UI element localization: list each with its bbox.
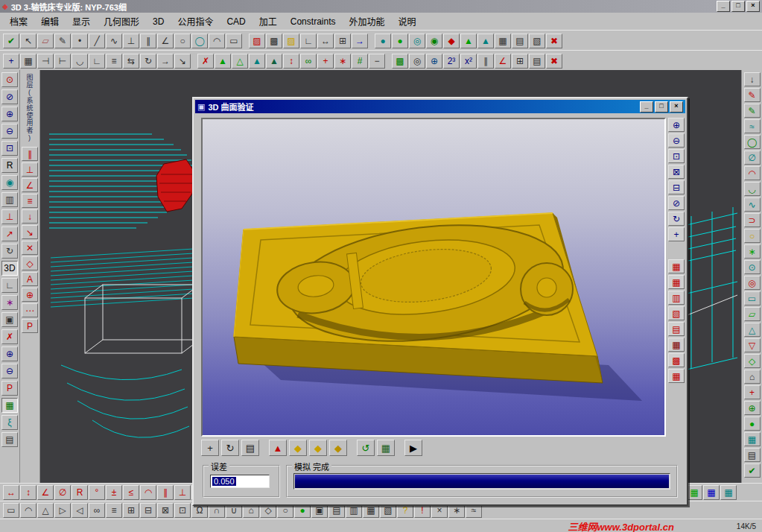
hash-green-icon[interactable]: # (352, 54, 368, 69)
grid3-icon[interactable]: ⊞ (512, 54, 528, 69)
zoom-out-icon[interactable]: ⊖ (1, 124, 18, 139)
menu-file[interactable]: 档案 (3, 13, 34, 30)
diamond-green-icon[interactable]: ◇ (744, 354, 761, 368)
sim-layer1-icon[interactable]: ▤ (668, 322, 685, 336)
tri-teal-icon[interactable]: ▲ (249, 54, 265, 69)
stock-chip2-icon[interactable]: ◆ (309, 440, 327, 456)
section-icon[interactable]: ▤ (1, 432, 18, 447)
grid-plus-icon[interactable]: ⊞ (123, 503, 139, 518)
home-icon[interactable]: ⌂ (744, 370, 761, 384)
power-cube-icon[interactable]: 2³ (443, 54, 460, 69)
hatch-active-icon[interactable]: ▦ (1, 398, 18, 413)
chamfer2-icon[interactable]: ∟ (89, 54, 105, 69)
simulation-viewport[interactable] (201, 118, 666, 437)
extend-icon[interactable]: ⊢ (54, 54, 71, 69)
sim-zoom-window-icon[interactable]: ⊡ (668, 149, 685, 163)
rect-teal-icon[interactable]: ▭ (744, 291, 761, 305)
rectangle-icon[interactable]: ▭ (226, 34, 242, 48)
dim-arc-icon[interactable]: ◠ (140, 485, 156, 500)
midpoint-icon[interactable]: ◇ (22, 256, 38, 270)
offset-icon[interactable]: ≡ (106, 54, 122, 69)
menu-addons[interactable]: 外加功能 (342, 13, 391, 30)
sim-rotate-view-icon[interactable]: ↻ (668, 212, 685, 226)
dim-perp-icon[interactable]: ⊥ (174, 485, 191, 500)
join-icon[interactable]: ∞ (89, 503, 105, 518)
anchor-icon[interactable]: ⊕ (426, 54, 442, 69)
arc-icon[interactable]: ◠ (209, 34, 225, 48)
menu-view[interactable]: 显示 (66, 13, 97, 30)
sim-view-iso-icon[interactable]: ▧ (668, 306, 685, 320)
red-pencil-icon[interactable]: ✎ (744, 88, 761, 102)
points-icon[interactable]: ⋯ (22, 303, 38, 317)
fit-box-icon[interactable]: ▣ (1, 312, 18, 327)
dialog-close-button[interactable]: × (670, 101, 683, 113)
updown-red-icon[interactable]: ↕ (283, 54, 299, 69)
sim-zoom-in-icon[interactable]: ⊕ (668, 118, 685, 132)
dim-angle-icon[interactable]: ∠ (37, 485, 54, 500)
oplus-green-icon[interactable]: ⊕ (744, 401, 761, 415)
layers-icon[interactable]: ≡ (106, 503, 122, 518)
crosshair-icon[interactable]: + (3, 54, 19, 69)
dim-leq-icon[interactable]: ≤ (123, 485, 139, 500)
origin-icon[interactable]: ∟ (1, 278, 18, 293)
dash-icon[interactable]: − (369, 54, 385, 69)
play-sim-icon[interactable]: ▶ (404, 440, 422, 456)
dim-tolerance-icon[interactable]: ± (106, 485, 122, 500)
grid-dot-icon[interactable]: ⊡ (174, 503, 191, 518)
ring-yellow-icon[interactable]: ○ (744, 229, 761, 243)
tri-green-icon[interactable]: ▲ (215, 54, 231, 69)
sim-view-top-icon[interactable]: ▦ (668, 259, 685, 273)
rotate-icon[interactable]: ↻ (140, 54, 156, 69)
para-green-icon[interactable]: ▱ (744, 307, 761, 321)
mesh-teal-icon[interactable]: ▦ (744, 432, 761, 446)
dialog-title-bar[interactable]: ▣ 3D 曲面验证 _ □ × (195, 100, 685, 113)
dot-circle-icon[interactable]: ⊙ (744, 260, 761, 274)
axis-icon[interactable]: ⊥ (1, 209, 18, 224)
edit-tri-icon[interactable]: △ (37, 503, 54, 518)
surface-teal-icon[interactable]: ● (375, 34, 391, 48)
move-icon[interactable]: → (157, 54, 174, 69)
sim-zoom-scale-icon[interactable]: ⊘ (668, 196, 685, 210)
green-pencil-icon[interactable]: ✎ (744, 104, 761, 118)
teal-triangle-icon[interactable]: ▲ (477, 34, 494, 48)
tri-dark-icon[interactable]: ▲ (266, 54, 282, 69)
scale-icon[interactable]: ↘ (174, 54, 191, 69)
zoom-in-icon[interactable]: ⊕ (1, 107, 18, 121)
delete-red-icon[interactable]: ✗ (1, 329, 18, 344)
diagonal-icon[interactable]: ↘ (22, 225, 38, 239)
dialog-minimize-button[interactable]: _ (640, 101, 653, 113)
vertical-icon[interactable]: ↓ (22, 209, 38, 224)
menu-constraints[interactable]: Constraints (284, 14, 343, 29)
table2-icon[interactable]: ▤ (529, 54, 545, 69)
view-cube-blue-icon[interactable]: ▦ (703, 485, 720, 500)
perpendicular-icon[interactable]: ⊥ (123, 34, 139, 48)
plus-red-icon[interactable]: + (317, 54, 334, 69)
report-icon[interactable]: ▦ (377, 440, 395, 456)
intersect-icon[interactable]: ✕ (22, 241, 38, 255)
null-set-icon[interactable]: ∅ (744, 151, 761, 165)
angle-icon[interactable]: ∠ (157, 34, 174, 48)
trim-icon[interactable]: ⊣ (37, 54, 54, 69)
hatch-black-icon[interactable]: ▩ (266, 34, 282, 48)
chamfer-icon[interactable]: ∟ (300, 34, 317, 48)
zoom-ratio-icon[interactable]: ⊘ (1, 89, 18, 104)
zoom-target-icon[interactable]: ⊙ (1, 72, 18, 87)
parallel-icon[interactable]: ∥ (140, 34, 156, 48)
blue-arrow-icon[interactable]: → (352, 34, 368, 48)
menu-help[interactable]: 说明 (392, 13, 423, 30)
wireframe-view-icon[interactable]: ▥ (1, 192, 18, 207)
dim-degree-icon[interactable]: ° (89, 485, 105, 500)
sim-layer3-icon[interactable]: ▩ (668, 353, 685, 367)
arrow-down-icon[interactable]: ↓ (744, 72, 761, 86)
stock-chip3-icon[interactable]: ◆ (329, 440, 347, 456)
mirror-icon[interactable]: ⇆ (123, 54, 139, 69)
cube-icon[interactable]: ▧ (529, 34, 545, 48)
menu-geometry[interactable]: 几何图形 (97, 13, 146, 30)
rotate-tool-icon[interactable]: ↻ (221, 440, 239, 456)
view-cube-teal2-icon[interactable]: ▦ (720, 485, 737, 500)
close-x-icon[interactable]: ✖ (546, 34, 562, 48)
check-green-icon[interactable]: ✔ (744, 463, 761, 478)
dim-diameter-icon[interactable]: ∅ (54, 485, 71, 500)
sine-icon[interactable]: ∿ (744, 197, 761, 212)
spline-icon[interactable]: ∿ (106, 34, 122, 48)
